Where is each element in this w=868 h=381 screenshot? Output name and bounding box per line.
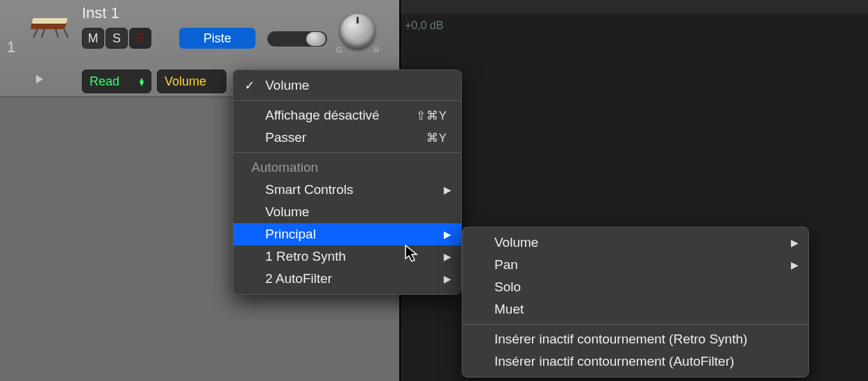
submenu-item-bypass-retro[interactable]: Insérer inactif contournement (Retro Syn…: [462, 328, 808, 350]
chevron-right-icon: ▶: [444, 273, 451, 284]
menu-item-label: 2 AutoFilter: [265, 271, 332, 286]
menu-item-label: Volume: [265, 78, 309, 93]
menu-item-label: Insérer inactif contournement (AutoFilte…: [494, 354, 734, 369]
solo-button[interactable]: S: [106, 28, 128, 49]
submenu-item-solo[interactable]: Solo: [462, 276, 808, 298]
automation-parameter-label: Volume: [165, 74, 206, 89]
svg-line-4: [56, 29, 58, 38]
menu-section-header: Automation: [233, 156, 461, 179]
check-icon: ✓: [244, 78, 255, 93]
instrument-icon[interactable]: [28, 6, 72, 39]
pan-left-label: G: [336, 46, 342, 54]
chevron-right-icon: ▶: [791, 237, 799, 248]
stepper-icon: ▴▾: [140, 77, 144, 86]
menu-item-volume[interactable]: Volume: [233, 201, 461, 223]
menu-item-principal[interactable]: Principal ▶: [233, 223, 461, 245]
parameter-menu: ✓ Volume Affichage désactivé ⇧⌘Y Passer …: [233, 70, 462, 295]
volume-slider[interactable]: [267, 31, 327, 47]
menu-item-label: Pan: [494, 257, 518, 273]
menu-item-label: Affichage désactivé: [265, 108, 379, 123]
menu-separator: [233, 152, 461, 153]
submenu-item-volume[interactable]: Volume ▶: [462, 232, 808, 254]
menu-item-label: 1 Retro Synth: [265, 249, 346, 264]
svg-line-3: [42, 29, 44, 38]
menu-item-autofilter[interactable]: 2 AutoFilter ▶: [233, 268, 461, 290]
menu-item-label: Volume: [494, 235, 538, 250]
menu-item-smart-controls[interactable]: Smart Controls ▶: [233, 179, 461, 201]
menu-separator: [462, 324, 808, 325]
track-mode-button[interactable]: Piste: [179, 28, 256, 49]
parameter-submenu: Volume ▶ Pan ▶ Solo Muet Insérer inactif…: [462, 227, 809, 378]
menu-item-label: Volume: [265, 204, 309, 220]
submenu-item-mute[interactable]: Muet: [462, 298, 808, 321]
pan-knob[interactable]: [340, 14, 375, 49]
menu-item-label: Smart Controls: [265, 182, 353, 197]
menu-item-label: Passer: [265, 130, 306, 145]
volume-slider-thumb[interactable]: [306, 32, 326, 46]
automation-mode-select[interactable]: Read ▴▾: [82, 70, 151, 93]
menu-item-label: Muet: [494, 302, 524, 317]
svg-marker-6: [36, 75, 43, 83]
submenu-item-bypass-autofilter[interactable]: Insérer inactif contournement (AutoFilte…: [462, 350, 808, 373]
chevron-right-icon: ▶: [791, 259, 799, 270]
menu-item-retro-synth[interactable]: 1 Retro Synth ▶: [233, 245, 461, 268]
menu-item-label: Principal: [265, 227, 316, 242]
chevron-right-icon: ▶: [444, 184, 451, 195]
chevron-right-icon: ▶: [444, 251, 451, 262]
svg-rect-1: [32, 18, 68, 24]
pan-right-label: R: [374, 46, 379, 54]
arrange-ruler[interactable]: [399, 0, 868, 14]
automation-value-label: +0,0 dB: [405, 19, 444, 32]
menu-item-shortcut: ⇧⌘Y: [416, 108, 447, 123]
svg-line-2: [33, 29, 37, 38]
menu-separator: [233, 100, 461, 101]
menu-item-volume-checked[interactable]: ✓ Volume: [233, 74, 461, 97]
menu-item-label: Insérer inactif contournement (Retro Syn…: [494, 332, 747, 347]
automation-disclosure-icon[interactable]: [35, 72, 44, 88]
menu-item-shortcut: ⌘Y: [426, 131, 447, 145]
menu-item-display-off[interactable]: Affichage désactivé ⇧⌘Y: [233, 104, 461, 127]
menu-item-pass[interactable]: Passer ⌘Y: [233, 127, 461, 149]
automation-mode-label: Read: [90, 74, 119, 89]
track-number: 1: [7, 38, 15, 56]
record-enable-button[interactable]: R: [129, 28, 151, 49]
track-name-label[interactable]: Inst 1: [82, 4, 119, 22]
svg-line-5: [64, 29, 68, 38]
menu-item-label: Solo: [494, 279, 521, 295]
chevron-right-icon: ▶: [444, 229, 451, 240]
mute-button[interactable]: M: [82, 28, 104, 49]
automation-parameter-select[interactable]: Volume: [157, 70, 226, 93]
submenu-item-pan[interactable]: Pan ▶: [462, 254, 808, 276]
menu-section-label: Automation: [251, 160, 318, 175]
